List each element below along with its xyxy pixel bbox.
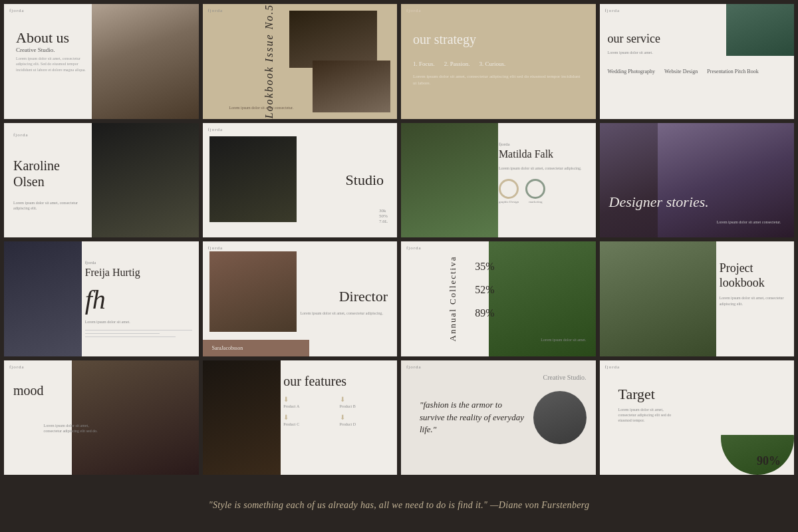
line-1: [85, 330, 192, 331]
matilda-body: Lorem ipsum dolor sit amet, consectetur …: [499, 166, 587, 171]
slide-freija: fjorda Freija Hurtig fh Lorem ipsum dolo…: [4, 241, 199, 356]
feature-4-label: Product D: [340, 422, 390, 426]
strategy-title: our strategy: [413, 32, 584, 47]
slide-7-content: fjorda Matilda Falk Lorem ipsum dolor si…: [499, 136, 587, 203]
slide-4-logo: fjorda: [605, 8, 620, 13]
mood-title: mood: [13, 383, 44, 466]
annual-stat-1: 35%: [475, 255, 494, 278]
line-3: [85, 336, 176, 337]
features-grid: ⬇ Product A ⬇ Product B ⬇ Product C ⬇ Pr…: [283, 396, 390, 426]
service-item-2: Website Design: [664, 68, 698, 74]
target-body: Lorem ipsum dolor sit amet, consectetur …: [618, 407, 676, 424]
slide-10-logo: fjorda: [208, 245, 223, 251]
freija-body: Lorem ipsum dolor sit amet.: [85, 319, 192, 325]
slide-annual: fjorda Annual Collectiva 35% 52% 89% Lor…: [401, 241, 596, 356]
director-name-tag: SaraJacobsson: [203, 340, 310, 356]
feature-2-label: Product B: [340, 404, 390, 408]
slide-grid: fjorda About us Creative Studio. Lorem i…: [0, 0, 798, 479]
about-us-title: About us: [16, 29, 92, 47]
slide-strategy: fjorda our strategy 1. Focus. 2. Passion…: [401, 4, 596, 119]
features-title: our features: [283, 374, 390, 389]
studio-label: Studio: [346, 172, 384, 189]
slide-2-logo: fjorda: [208, 8, 223, 13]
slide-7-photo: [401, 123, 498, 238]
slide-project-lookbook: fjorda Project lookbook Lorem ipsum dolo…: [600, 241, 795, 356]
slide-6-photo: [209, 136, 297, 222]
footer-quote-container: "Style is something each of us already h…: [0, 479, 798, 532]
mood-body: Lorem ipsum dolor sit amet, consectetur …: [44, 423, 106, 466]
slide-4-photo: [726, 4, 794, 56]
slide-target: fjorda Target Lorem ipsum dolor sit amet…: [600, 360, 795, 475]
feature-4-icon: ⬇: [340, 414, 390, 421]
slide-1-subtitle: Creative Studio.: [16, 47, 92, 53]
slide-2-photo1: [289, 11, 377, 68]
strategy-point-2: 2. Passion.: [444, 61, 470, 67]
annual-stats: 35% 52% 89%: [475, 255, 494, 325]
slide-14-content: our features ⬇ Product A ⬇ Product B ⬇ P…: [283, 374, 390, 426]
slide-designer-stories: Designer stories. Lorem ipsum dolor sit …: [600, 123, 795, 238]
matilda-name: Matilda Falk: [499, 148, 587, 160]
fashion-quote: "fashion is the armor to survive the rea…: [420, 399, 527, 436]
designer-stories-body: Lorem ipsum dolor sit amet consectetur.: [717, 220, 785, 224]
director-body: Lorem ipsum dolor sit amet, consectetur …: [300, 311, 388, 316]
slide-11-logo: fjorda: [406, 245, 422, 251]
footer-quote-text: "Style is something each of us already h…: [209, 500, 590, 511]
feature-4: ⬇ Product D: [340, 414, 390, 426]
slide-2-photo2: [313, 61, 390, 112]
freija-name: Freija Hurtig: [85, 267, 192, 279]
slide-matilda: fjorda Matilda Falk Lorem ipsum dolor si…: [401, 123, 596, 238]
slide-mood: fjorda mood Lorem ipsum dolor sit amet, …: [4, 360, 199, 475]
studio-stats: 30k 50% 7.6L: [379, 208, 388, 224]
line-2: [85, 333, 160, 334]
slide-5-photo: [92, 123, 199, 238]
slide-9-logo: fjorda: [85, 260, 96, 265]
target-title: Target: [618, 386, 745, 403]
slide-13-logo: fjorda: [9, 364, 25, 370]
strategy-body: Lorem ipsum dolor sit amet, consectetur …: [413, 74, 584, 87]
slide-12-content: Project lookbook Lorem ipsum dolor sit a…: [720, 261, 787, 307]
slide-6-logo: fjorda: [208, 127, 223, 132]
slide-lookbook: fjorda Lookbook Issue No.5 Lorem ipsum d…: [203, 4, 398, 119]
feature-3: ⬇ Product C: [283, 414, 334, 426]
slide-1-content: fjorda About us Creative Studio. Lorem i…: [16, 16, 92, 72]
director-role: Director: [339, 289, 388, 306]
annual-vertical-text: Annual Collectiva: [448, 256, 458, 342]
feature-1-label: Product A: [283, 404, 334, 408]
project-lookbook-title: Project lookbook: [720, 261, 787, 290]
slide-15-photo: [533, 391, 587, 444]
feature-2-icon: ⬇: [340, 396, 390, 403]
slide-15-logo: fjorda: [406, 364, 422, 370]
chart-2: marketing: [525, 179, 545, 203]
slide-14-photo: [203, 360, 281, 475]
service-item-1: Wedding Photography: [608, 68, 656, 74]
stat-3: 7.6L: [379, 219, 388, 224]
designer-stories-title: Designer stories.: [609, 194, 709, 211]
service-items: Wedding Photography Website Design Prese…: [608, 68, 787, 74]
annual-stat-3: 89%: [475, 301, 494, 325]
chart-1: graphic Design: [499, 179, 519, 203]
karoline-body: Lorem ipsum dolor sit amet, consectetur …: [13, 200, 92, 211]
target-percent: 90%: [757, 454, 781, 468]
slide-features: fjorda our features ⬇ Product A ⬇ Produc…: [203, 360, 398, 475]
feature-3-icon: ⬇: [283, 414, 334, 421]
freija-lines: [85, 330, 192, 337]
stat-2: 50%: [379, 213, 388, 219]
slide-studio: fjorda Studio 30k 50% 7.6L: [203, 123, 398, 238]
freija-initials: fh: [85, 284, 192, 315]
annual-stat-2: 52%: [475, 278, 494, 301]
annual-body: Lorem ipsum dolor sit amet.: [541, 337, 586, 342]
stat-1: 30k: [379, 208, 388, 213]
feature-1-icon: ⬇: [283, 396, 334, 403]
service-item-3: Presentation Pitch Book: [707, 68, 758, 74]
slide-5-content: fjorda Karoline Olsen Lorem ipsum dolor …: [13, 132, 92, 229]
strategy-point-3: 3. Curious.: [479, 61, 506, 67]
slide-16-logo: fjorda: [605, 364, 620, 370]
slide-fashion-quote: fjorda "fashion is the armor to survive …: [401, 360, 596, 475]
feature-1: ⬇ Product A: [283, 396, 334, 408]
lookbook-vertical-text: Lookbook Issue No.5: [263, 4, 275, 119]
slide-3-logo: fjorda: [406, 8, 422, 13]
strategy-point-1: 1. Focus.: [413, 61, 435, 67]
project-lookbook-body: Lorem ipsum dolor sit amet, consectetur …: [720, 295, 787, 307]
slide-2-body: Lorem ipsum dolor sit amet consectetur.: [229, 105, 294, 110]
slide-15-studio: Creative Studio.: [543, 374, 587, 381]
